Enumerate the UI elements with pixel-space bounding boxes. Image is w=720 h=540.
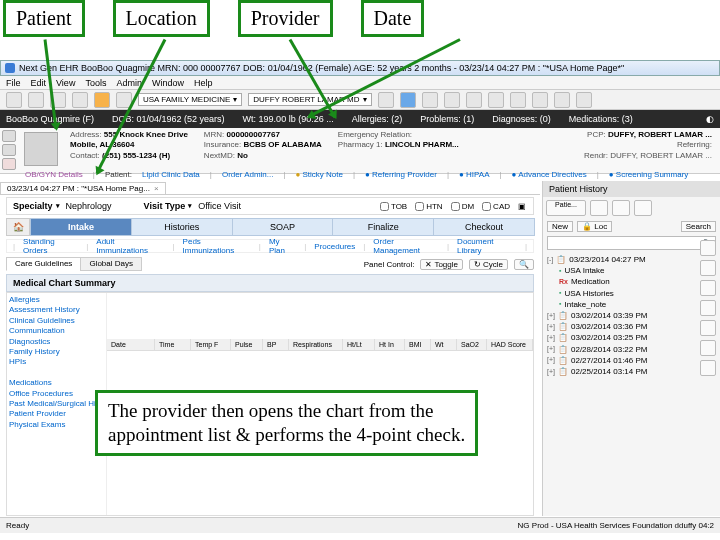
tab-histories[interactable]: Histories [131,218,233,236]
toolbar-btn-14[interactable] [554,92,570,108]
patient-problems[interactable]: Problems: (1) [420,114,474,124]
toggle-button[interactable]: ✕ Toggle [420,259,463,270]
toolbar-btn-9[interactable] [444,92,460,108]
close-icon[interactable]: × [154,184,159,193]
link-advdir[interactable]: ● Advance Directives [512,170,587,179]
sidebar-icon-2[interactable] [2,144,16,156]
history-btn-4[interactable] [634,200,652,216]
toolbar-btn-4[interactable] [72,92,88,108]
location-dropdown[interactable]: USA FAMILY MEDICINE▾ [138,93,242,106]
link-myplan[interactable]: My Plan [267,237,298,255]
toolbar-btn-2[interactable] [28,92,44,108]
col-resp[interactable]: Respirations [289,339,343,350]
search-button[interactable]: Search [681,221,716,232]
tab-checkout[interactable]: Checkout [433,218,535,236]
sec-pmsh[interactable]: Past Medical/Surgical History [9,399,104,409]
sec-diagnostics[interactable]: Diagnostics [9,337,104,347]
sec-office-proc[interactable]: Office Procedures [9,389,104,399]
tree-node[interactable]: [+]📋02/27/2014 01:46 PM [547,355,716,366]
history-tab-1[interactable]: Patie... [546,200,586,216]
toolbar-btn-5[interactable] [94,92,110,108]
toolbar-btn-11[interactable] [488,92,504,108]
tab-care-guidelines[interactable]: Care Guidelines [6,257,81,271]
visit-type-dropdown[interactable]: Visit Type [144,201,193,211]
new-button[interactable]: New [547,221,573,232]
col-htin[interactable]: Ht In [375,339,405,350]
col-had[interactable]: HAD Score [487,339,533,350]
sec-hpis[interactable]: HPIs [9,357,104,367]
menu-window[interactable]: Window [152,78,184,88]
sec-medications[interactable]: Medications [9,378,104,388]
toolbar-btn-15[interactable] [576,92,592,108]
tree-node[interactable]: ▪Intake_note [547,299,716,310]
patient-meds[interactable]: Medications: (3) [569,114,633,124]
menu-help[interactable]: Help [194,78,213,88]
patient-allergies[interactable]: Allergies: (2) [352,114,403,124]
link-standing-orders[interactable]: Standing Orders [21,237,80,255]
menu-admin[interactable]: Admin [116,78,142,88]
toolbar-btn-8[interactable] [422,92,438,108]
sidebar-icon-1[interactable] [2,130,16,142]
sec-guidelines[interactable]: Clinical Guidelines [9,316,104,326]
tree-node[interactable]: ▪USA Histories [547,288,716,299]
expand-icon[interactable]: ◐ [706,114,714,124]
link-sticky[interactable]: Sticky Note [296,170,343,179]
tree-node[interactable]: [+]📋02/25/2014 03:14 PM [547,366,716,377]
history-search[interactable]: 🔍 [547,236,716,250]
link-doclib[interactable]: Document Library [455,237,519,255]
sec-assessment[interactable]: Assessment History [9,305,104,315]
toolbar-btn-1[interactable] [6,92,22,108]
side-tool-3[interactable] [700,280,716,296]
col-htlt[interactable]: Ht/Lt [343,339,375,350]
side-tool-6[interactable] [700,340,716,356]
link-order[interactable]: Order Admin... [222,170,274,179]
doc-tab-1[interactable]: 03/23/14 04:27 PM : "*USA Home Pag...× [0,182,166,194]
patient-photo[interactable] [24,132,58,166]
sec-family[interactable]: Family History [9,347,104,357]
patient-diagnoses[interactable]: Diagnoses: (0) [492,114,551,124]
col-time[interactable]: Time [155,339,191,350]
tree-node[interactable]: [+]📋03/02/2014 03:39 PM [547,310,716,321]
cycle-button[interactable]: ↻ Cycle [469,259,508,270]
zoom-button[interactable]: 🔍 [514,259,534,270]
sec-physical[interactable]: Physical Exams [9,420,104,430]
side-tool-5[interactable] [700,320,716,336]
tree-node[interactable]: RxMedication [547,276,716,287]
link-screening[interactable]: ● Screening Summary [609,170,689,179]
toolbar-btn-7[interactable] [378,92,394,108]
link-hipaa[interactable]: ● HIPAA [459,170,489,179]
col-wt[interactable]: Wt [431,339,457,350]
chart-summary-header[interactable]: Medical Chart Summary [6,274,534,292]
chk-dm[interactable]: DM [451,202,474,211]
tab-soap[interactable]: SOAP [232,218,334,236]
panel-shrink-icon[interactable]: ▣ [518,202,526,211]
menu-tools[interactable]: Tools [85,78,106,88]
side-tool-1[interactable] [700,240,716,256]
menu-edit[interactable]: Edit [31,78,47,88]
history-btn-2[interactable] [590,200,608,216]
link-adult-imm[interactable]: Adult Immunizations [94,237,166,255]
lock-icon[interactable]: 🔒 Loc [577,221,612,232]
sidebar-icon-alerts[interactable] [2,158,16,170]
side-tool-7[interactable] [700,360,716,376]
toolbar-btn-12[interactable] [510,92,526,108]
col-pulse[interactable]: Pulse [231,339,263,350]
link-obgyn[interactable]: OB/GYN Details [25,170,83,179]
link-refprov[interactable]: ● Referring Provider [365,170,437,179]
toolbar-btn-10[interactable] [466,92,482,108]
sec-allergies[interactable]: Allergies [9,295,104,305]
chk-htn[interactable]: HTN [415,202,442,211]
toolbar-btn-rx[interactable] [400,92,416,108]
side-tool-2[interactable] [700,260,716,276]
col-bp[interactable]: BP [263,339,289,350]
col-bmi[interactable]: BMI [405,339,431,350]
specialty-dropdown[interactable]: Specialty [13,201,60,211]
sec-provider[interactable]: Patient Provider [9,409,104,419]
tree-node[interactable]: ▪USA Intake [547,265,716,276]
col-temp[interactable]: Temp F [191,339,231,350]
link-peds-imm[interactable]: Peds Immunizations [181,237,253,255]
tree-node[interactable]: [+]📋02/28/2014 03:22 PM [547,344,716,355]
tab-intake[interactable]: Intake [30,218,132,236]
col-sao2[interactable]: SaO2 [457,339,487,350]
link-ordermgmt[interactable]: Order Management [371,237,441,255]
